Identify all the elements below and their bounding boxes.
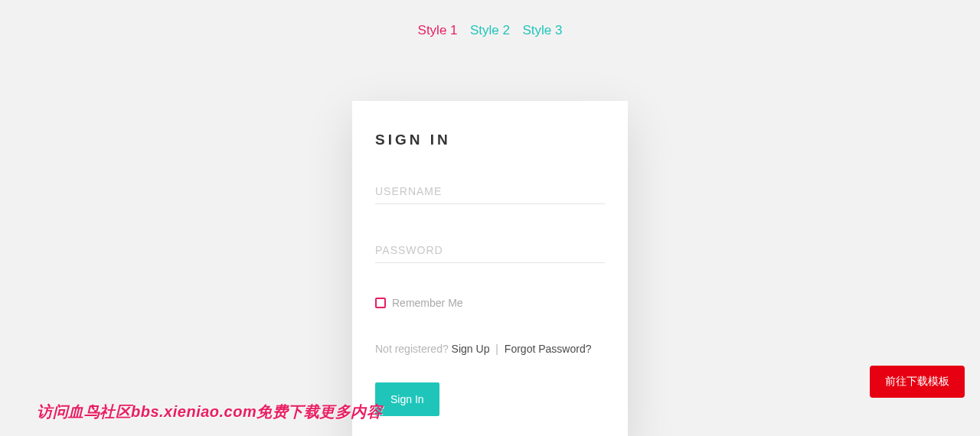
password-input[interactable]	[375, 238, 605, 263]
tab-style-1[interactable]: Style 1	[418, 23, 458, 38]
remember-label: Remember Me	[392, 297, 463, 309]
signin-button[interactable]: Sign In	[375, 382, 439, 416]
username-group	[375, 179, 605, 204]
signin-card: SIGN IN Remember Me Not registered? Sign…	[352, 101, 628, 436]
not-registered-text: Not registered?	[375, 343, 449, 355]
separator: |	[495, 343, 498, 355]
password-group	[375, 238, 605, 263]
remember-checkbox[interactable]	[375, 298, 386, 308]
download-template-button[interactable]: 前往下载模板	[870, 366, 965, 398]
signup-link[interactable]: Sign Up	[452, 343, 490, 355]
remember-row: Remember Me	[375, 297, 605, 309]
watermark-text: 访问血鸟社区bbs.xieniao.com免费下载更多内容	[37, 402, 382, 422]
card-title: SIGN IN	[375, 132, 605, 148]
tab-style-2[interactable]: Style 2	[470, 23, 510, 38]
tab-style-3[interactable]: Style 3	[522, 23, 562, 38]
forgot-password-link[interactable]: Forgot Password?	[505, 343, 592, 355]
username-input[interactable]	[375, 179, 605, 204]
footer-text: Not registered? Sign Up | Forgot Passwor…	[375, 343, 605, 355]
style-nav: Style 1 Style 2 Style 3	[0, 0, 980, 54]
card-wrapper: SIGN IN Remember Me Not registered? Sign…	[0, 54, 980, 436]
